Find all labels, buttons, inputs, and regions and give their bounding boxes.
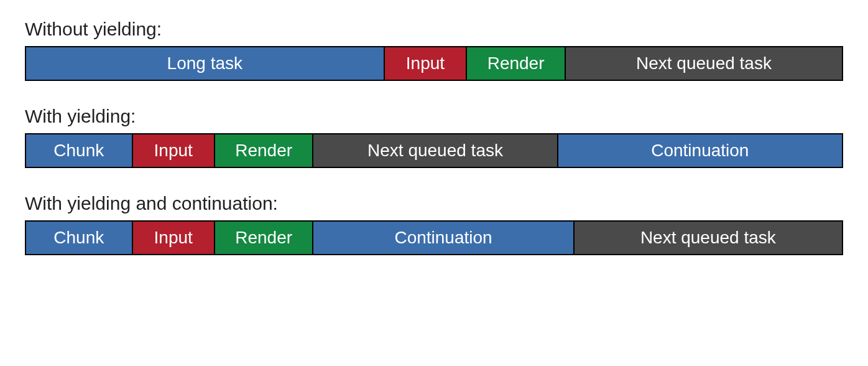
bar-segment: Render [215, 222, 313, 254]
row-label: Without yielding: [25, 19, 843, 40]
bar-row: ChunkInputRenderNext queued taskContinua… [25, 133, 843, 168]
bar-segment: Chunk [26, 134, 133, 167]
bar-segment: Input [133, 222, 215, 254]
bar-row: Long taskInputRenderNext queued task [25, 46, 843, 81]
bar-segment: Input [385, 47, 468, 80]
row-label: With yielding: [25, 106, 843, 127]
diagram-root: Without yielding:Long taskInputRenderNex… [25, 19, 843, 255]
bar-segment: Render [215, 134, 313, 167]
bar-segment: Long task [26, 47, 385, 80]
bar-segment: Continuation [313, 222, 574, 254]
bar-segment: Input [133, 134, 215, 167]
row-group: With yielding:ChunkInputRenderNext queue… [25, 106, 843, 168]
bar-segment: Render [467, 47, 566, 80]
bar-segment: Continuation [558, 134, 842, 167]
bar-row: ChunkInputRenderContinuationNext queued … [25, 220, 843, 255]
bar-segment: Chunk [26, 222, 133, 254]
bar-segment: Next queued task [566, 47, 842, 80]
bar-segment: Next queued task [313, 134, 558, 167]
row-group: Without yielding:Long taskInputRenderNex… [25, 19, 843, 81]
bar-segment: Next queued task [575, 222, 842, 254]
row-group: With yielding and continuation:ChunkInpu… [25, 193, 843, 255]
row-label: With yielding and continuation: [25, 193, 843, 214]
